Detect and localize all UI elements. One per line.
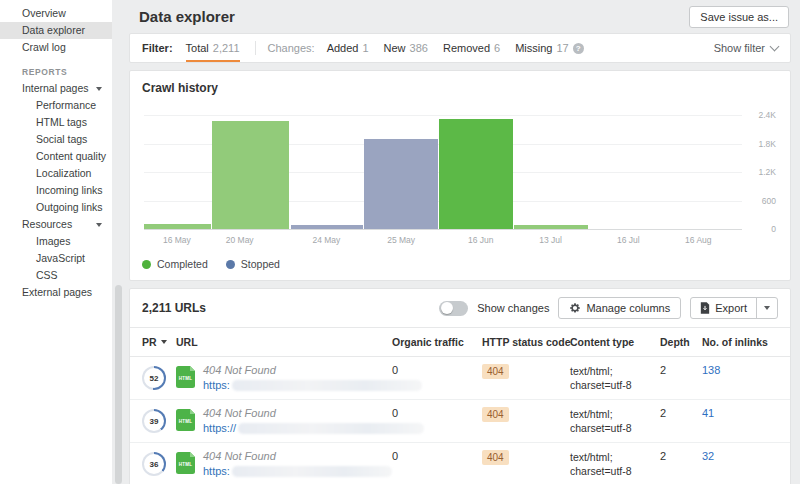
sidebar-item-external-pages[interactable]: External pages <box>0 284 112 301</box>
page-rating-ring: 36 <box>142 452 166 476</box>
sidebar-item-overview[interactable]: Overview <box>0 5 112 22</box>
urls-table-panel: 2,211 URLs Show changes Manage columns E… <box>129 288 791 484</box>
sidebar-item-social-tags[interactable]: Social tags <box>0 131 112 148</box>
page-rating-ring: 39 <box>142 409 166 433</box>
scrollbar-thumb[interactable] <box>115 285 122 484</box>
x-axis-tick: 24 May <box>312 235 340 245</box>
sidebar-item-localization[interactable]: Localization <box>0 165 112 182</box>
export-button-group: Export <box>690 297 778 319</box>
url-count-label: 2,211 URLs <box>142 301 206 315</box>
legend-dot <box>226 260 235 269</box>
sidebar-nav: Overview Data explorer Crawl log REPORTS… <box>0 0 112 484</box>
content-type-value: text/html; charset=utf-8 <box>570 407 660 435</box>
filter-divider <box>255 41 256 55</box>
column-header-url[interactable]: URL <box>176 328 392 356</box>
show-changes-label: Show changes <box>477 302 549 314</box>
sidebar-item-css[interactable]: CSS <box>0 267 112 284</box>
sidebar-item-reports: REPORTS <box>0 65 112 80</box>
column-header-pr[interactable]: PR <box>142 328 176 356</box>
url-link[interactable]: https:// <box>203 422 424 434</box>
filter-tab-removed[interactable]: Removed 6 <box>443 34 500 62</box>
show-changes-toggle[interactable] <box>439 301 468 316</box>
x-axis-tick: 16 Jul <box>617 235 640 245</box>
y-axis-tick: 1.2K <box>746 167 776 177</box>
table-column-headers: PR URL Organic traffic HTTP status code … <box>130 327 790 357</box>
chart-legend: Completed Stopped <box>142 258 778 270</box>
table-row: 36 HTML 404 Not Found https: 0 404 text/… <box>130 442 790 484</box>
filter-label: Filter: <box>142 34 173 62</box>
chart-plot <box>144 115 742 230</box>
redacted-url <box>232 466 392 477</box>
filter-tab-new[interactable]: New 386 <box>384 34 428 62</box>
page-title-404: 404 Not Found <box>203 450 392 462</box>
export-button[interactable]: Export <box>691 298 756 318</box>
show-filter-button[interactable]: Show filter <box>714 34 778 62</box>
toggle-knob <box>441 302 453 314</box>
depth-value: 2 <box>660 364 702 376</box>
organic-traffic-value: 0 <box>392 450 482 462</box>
gear-icon <box>569 302 581 314</box>
column-header-inlinks[interactable]: No. of inlinks <box>702 328 778 356</box>
y-axis-tick: 2.4K <box>746 110 776 120</box>
column-header-organic-traffic[interactable]: Organic traffic <box>392 328 482 356</box>
organic-traffic-value: 0 <box>392 364 482 376</box>
chart-bar-completed <box>514 225 588 229</box>
url-link[interactable]: https: <box>203 465 392 477</box>
help-icon[interactable] <box>573 43 584 54</box>
sidebar-item-content-quality[interactable]: Content quality <box>0 148 112 165</box>
html-file-icon: HTML <box>176 452 195 474</box>
sidebar-item-crawl-log[interactable]: Crawl log <box>0 39 112 56</box>
chart-plot-wrap: 2.4K1.8K1.2K6000 16 May20 May24 May25 Ma… <box>144 115 742 246</box>
page-rating-value: 52 <box>150 374 159 383</box>
column-header-http-status[interactable]: HTTP status code <box>482 328 570 356</box>
http-status-badge: 404 <box>482 364 509 379</box>
legend-item-stopped: Stopped <box>226 258 280 270</box>
app-window: Overview Data explorer Crawl log REPORTS… <box>0 0 800 484</box>
page-rating-value: 36 <box>150 460 159 469</box>
page-rating-ring: 52 <box>142 366 166 390</box>
save-issue-as-button[interactable]: Save issue as... <box>689 6 789 28</box>
sidebar-item-internal-pages[interactable]: Internal pages <box>0 80 112 97</box>
sidebar-item-resources[interactable]: Resources <box>0 216 112 233</box>
filter-primary-tabs: Total 2,211 <box>186 34 255 62</box>
inlinks-link[interactable]: 138 <box>702 364 720 376</box>
inlinks-link[interactable]: 32 <box>702 450 714 462</box>
inlinks-link[interactable]: 41 <box>702 407 714 419</box>
filter-tab-added[interactable]: Added 1 <box>327 34 369 62</box>
column-header-content-type[interactable]: Content type <box>570 328 660 356</box>
main-header: Data explorer Save issue as... <box>129 0 791 33</box>
url-link[interactable]: https: <box>203 379 422 391</box>
chart-x-axis: 16 May20 May24 May25 May16 Jun13 Jul16 J… <box>144 230 742 246</box>
sidebar-scrollbar[interactable] <box>112 0 125 484</box>
sidebar-item-images[interactable]: Images <box>0 233 112 250</box>
export-dropdown-button[interactable] <box>756 298 777 318</box>
column-header-depth[interactable]: Depth <box>660 328 702 356</box>
sidebar-item-data-explorer[interactable]: Data explorer <box>0 22 112 39</box>
changes-label: Changes: <box>268 34 315 62</box>
depth-value: 2 <box>660 407 702 419</box>
page-rating-value: 39 <box>150 417 159 426</box>
y-axis-tick: 0 <box>746 224 776 234</box>
sidebar-item-incoming-links[interactable]: Incoming links <box>0 182 112 199</box>
crawl-history-panel: Crawl history 2.4K1.8K1.2K6000 16 May20 … <box>129 70 791 281</box>
sidebar-item-outgoing-links[interactable]: Outgoing links <box>0 199 112 216</box>
chart-bar-completed <box>144 224 211 229</box>
html-file-icon: HTML <box>176 366 195 388</box>
gridline <box>144 115 742 116</box>
filter-bar: Filter: Total 2,211 Changes: Added 1 New… <box>129 33 791 63</box>
x-axis-tick: 20 May <box>226 235 254 245</box>
table-body: 52 HTML 404 Not Found https: 0 404 text/… <box>130 357 790 484</box>
sidebar-item-performance[interactable]: Performance <box>0 97 112 114</box>
table-row: 39 HTML 404 Not Found https:// 0 404 tex… <box>130 399 790 442</box>
sidebar-item-javascript[interactable]: JavaScript <box>0 250 112 267</box>
y-axis-tick: 1.8K <box>746 139 776 149</box>
x-axis-tick: 16 Aug <box>685 235 711 245</box>
main-content: Data explorer Save issue as... Filter: T… <box>125 0 800 484</box>
manage-columns-button[interactable]: Manage columns <box>558 297 681 319</box>
chart-bar-completed <box>212 121 290 229</box>
sidebar-item-html-tags[interactable]: HTML tags <box>0 114 112 131</box>
table-controls: Show changes Manage columns Export <box>439 297 778 319</box>
filter-tab-missing[interactable]: Missing 17 <box>515 34 584 62</box>
filter-tab-total[interactable]: Total 2,211 <box>186 34 240 62</box>
chevron-down-icon <box>96 87 102 91</box>
